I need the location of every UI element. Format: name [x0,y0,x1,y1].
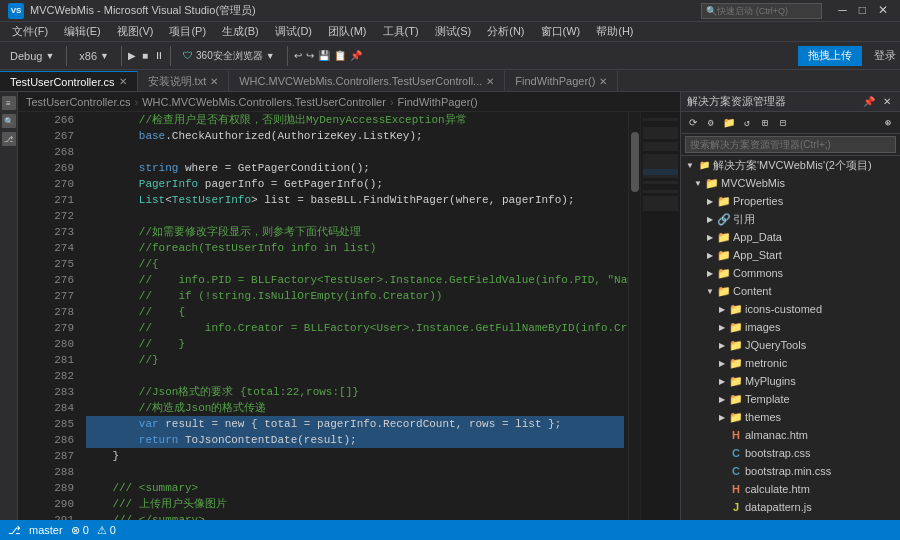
tree-item-7[interactable]: ▶📁icons-customed [681,300,900,318]
tree-item-5[interactable]: ▶📁Commons [681,264,900,282]
solution-panel-toolbar: ⟳ ⚙ 📁 ↺ ⊞ ⊟ ⊛ [681,112,900,134]
menu-item-f[interactable]: 文件(F) [4,22,56,41]
chevron-down-icon: ▼ [45,51,54,61]
tree-item-8[interactable]: ▶📁images [681,318,900,336]
menu-item-d[interactable]: 调试(D) [267,22,320,41]
forward-icon[interactable]: ↪ [306,50,314,61]
close-button[interactable]: ✕ [874,3,892,19]
tree-item-10[interactable]: ▶📁metronic [681,354,900,372]
restore-button[interactable]: □ [855,3,870,19]
tree-item-14[interactable]: Halmanac.htm [681,426,900,444]
tab-2[interactable]: WHC.MVCWebMis.Controllers.TestUserContro… [229,71,505,91]
tab-close-0[interactable]: ✕ [119,76,127,87]
menu-item-b[interactable]: 生成(B) [214,22,267,41]
breadcrumb-part-0[interactable]: TestUserController.cs [26,96,131,108]
tab-label-3: FindWithPager() [515,75,595,87]
panel-toolbar-expand-icon[interactable]: ⊞ [757,115,773,131]
tab-0[interactable]: TestUserController.cs✕ [0,71,138,91]
tree-item-19[interactable]: CSite.css [681,516,900,520]
tree-icon-0: 📁 [705,176,719,190]
copy-icon[interactable]: 📋 [334,50,346,61]
tab-1[interactable]: 安装说明.txt✕ [138,71,230,91]
tree-icon-10: 📁 [729,356,743,370]
tab-close-2[interactable]: ✕ [486,76,494,87]
tree-item-1[interactable]: ▶📁Properties [681,192,900,210]
menu-item-m[interactable]: 团队(M) [320,22,375,41]
tab-close-1[interactable]: ✕ [210,76,218,87]
code-content[interactable]: //检查用户是否有权限，否则抛出MyDenyAccessException异常 … [82,112,628,520]
activity-search-icon[interactable]: 🔍 [2,114,16,128]
tree-item-15[interactable]: Cbootstrap.css [681,444,900,462]
solution-root-arrow: ▼ [685,160,695,170]
toolbar-icon-stop[interactable]: ■ [142,50,148,61]
code-editor[interactable]: 2662672682692702712722732742752762772782… [18,112,628,520]
panel-toolbar-sync-icon[interactable]: ⟳ [685,115,701,131]
save-icon[interactable]: 💾 [318,50,330,61]
tree-item-0[interactable]: ▼📁MVCWebMis [681,174,900,192]
solution-root-item[interactable]: ▼ 📁 解决方案'MVCWebMis'(2个项目) [681,156,900,174]
line-number-283: 283 [42,384,74,400]
toolbar-platform-btn[interactable]: x86 ▼ [73,48,115,64]
menu-item-e[interactable]: 编辑(E) [56,22,109,41]
line-number-273: 273 [42,224,74,240]
tree-item-6[interactable]: ▼📁Content [681,282,900,300]
app-icon: VS [8,3,24,19]
toolbar-debug-btn[interactable]: Debug ▼ [4,48,60,64]
panel-toolbar-refresh-icon[interactable]: ↺ [739,115,755,131]
status-bar: ⎇ master ⊗ 0 ⚠ 0 [0,520,900,540]
activity-git-icon[interactable]: ⎇ [2,132,16,146]
tree-icon-2: 🔗 [717,212,731,226]
toolbar-icon-start[interactable]: ▶ [128,50,136,61]
panel-close-icon[interactable]: ✕ [880,95,894,109]
tree-item-11[interactable]: ▶📁MyPlugins [681,372,900,390]
tab-3[interactable]: FindWithPager()✕ [505,71,618,91]
tree-item-3[interactable]: ▶📁App_Data [681,228,900,246]
tree-item-18[interactable]: Jdatapattern.js [681,498,900,516]
menu-item-n[interactable]: 分析(N) [479,22,532,41]
breadcrumb-part-2[interactable]: FindWithPager() [398,96,478,108]
menu-item-s[interactable]: 测试(S) [427,22,480,41]
back-icon[interactable]: ↩ [294,50,302,61]
panel-toolbar-props-icon[interactable]: ⚙ [703,115,719,131]
tree-item-9[interactable]: ▶📁JQueryTools [681,336,900,354]
panel-toolbar-filter-icon[interactable]: ⊛ [880,115,896,131]
minimize-button[interactable]: ─ [834,3,851,19]
tree-item-16[interactable]: Cbootstrap.min.css [681,462,900,480]
tree-item-17[interactable]: Hcalculate.htm [681,480,900,498]
toolbar-360-btn[interactable]: 🛡 360安全浏览器 ▼ [177,47,281,65]
menu-item-h[interactable]: 帮助(H) [588,22,641,41]
panel-toolbar-collapse-icon[interactable]: ⊟ [775,115,791,131]
menu-item-t[interactable]: 工具(T) [375,22,427,41]
panel-toolbar-show-files-icon[interactable]: 📁 [721,115,737,131]
tree-label-10: metronic [745,357,787,369]
menu-item-v[interactable]: 视图(V) [109,22,162,41]
status-branch-icon: ⎇ [8,524,21,537]
breadcrumb-part-1[interactable]: WHC.MVCWebMis.Controllers.TestUserContro… [142,96,386,108]
toolbar-icon-pause[interactable]: ⏸ [154,50,164,61]
menu-item-p[interactable]: 项目(P) [161,22,214,41]
tree-label-9: JQueryTools [745,339,806,351]
tab-close-3[interactable]: ✕ [599,76,607,87]
tree-label-2: 引用 [733,212,755,227]
tree-item-13[interactable]: ▶📁themes [681,408,900,426]
solution-search-input[interactable] [685,136,896,153]
tree-item-12[interactable]: ▶📁Template [681,390,900,408]
tree-item-2[interactable]: ▶🔗引用 [681,210,900,228]
tree-label-12: Template [745,393,790,405]
collapse-281 [26,352,42,368]
menu-item-w[interactable]: 窗口(W) [533,22,589,41]
tree-items: ▼📁MVCWebMis▶📁Properties▶🔗引用▶📁App_Data▶📁A… [681,174,900,520]
upload-button[interactable]: 拖拽上传 [798,46,862,66]
tree-icon-11: 📁 [729,374,743,388]
tree-item-4[interactable]: ▶📁App_Start [681,246,900,264]
activity-explorer-icon[interactable]: ≡ [2,96,16,110]
paste-icon[interactable]: 📌 [350,50,362,61]
login-button[interactable]: 登录 [874,48,896,63]
line-number-271: 271 [42,192,74,208]
title-search-input[interactable] [717,6,817,16]
scrollbar[interactable] [628,112,640,520]
panel-pin-icon[interactable]: 📌 [862,95,876,109]
line-number-278: 278 [42,304,74,320]
code-line-267: base.CheckAuthorized(AuthorizeKey.ListKe… [86,128,624,144]
breadcrumb-sep-2: › [390,96,394,108]
